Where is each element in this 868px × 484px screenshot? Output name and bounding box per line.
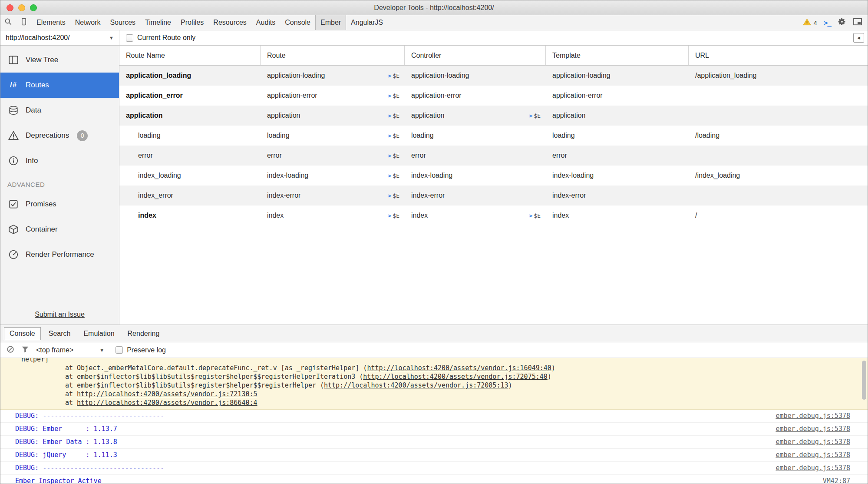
stack-frame: at http://localhost:4200/assets/vendor.j…: [0, 398, 868, 407]
send-to-console-button[interactable]: >$E: [388, 93, 399, 99]
route-cell: index-error >$E: [261, 186, 405, 206]
url-cell: [689, 106, 868, 126]
source-link[interactable]: ember.debug.js:5378: [776, 411, 850, 421]
send-to-console-button[interactable]: >$E: [388, 133, 399, 139]
stack-frame: at ember$inflector$lib$lib$utils$registe…: [0, 381, 868, 390]
devtools-toolbar: Elements Network Sources Timeline Profil…: [0, 15, 868, 30]
sidebar-item-render-performance[interactable]: Render Performance: [0, 242, 119, 267]
tab-ember[interactable]: Ember: [315, 15, 346, 30]
tab-angularjs[interactable]: AngularJS: [346, 15, 388, 30]
device-mode-button[interactable]: [16, 15, 32, 30]
sidebar-item-label: Routes: [26, 81, 49, 90]
source-link[interactable]: http://localhost:4200/assets/vendor.js:7…: [77, 390, 257, 398]
sidebar-item-routes[interactable]: /# Routes: [0, 73, 119, 98]
current-route-only-checkbox[interactable]: [126, 34, 133, 42]
drawer-tab-rendering[interactable]: Rendering: [122, 328, 165, 340]
sidebar-item-label: Render Performance: [26, 250, 94, 259]
template-cell: index-loading: [546, 166, 689, 186]
send-to-console-button[interactable]: >$E: [529, 113, 541, 119]
send-to-console-button[interactable]: >$E: [388, 73, 399, 79]
stack-frame: at Object._emberMetalCore.default.deprec…: [0, 364, 868, 372]
zoom-button[interactable]: [30, 4, 37, 11]
inspect-label: $E: [393, 152, 399, 159]
console-scrollbar-thumb[interactable]: [862, 361, 866, 400]
sidebar-item-promises[interactable]: Promises: [0, 192, 119, 217]
tab-elements[interactable]: Elements: [32, 15, 70, 30]
send-to-console-button[interactable]: >$E: [388, 212, 399, 219]
source-link[interactable]: http://localhost:4200/assets/vendor.js:1…: [367, 364, 551, 372]
warning-text-clipped: helper]: [0, 358, 868, 364]
sidebar-item-container[interactable]: Container: [0, 217, 119, 242]
template-cell: application-error: [546, 86, 689, 106]
context-frame-select[interactable]: http://localhost:4200/ ▼: [0, 30, 119, 45]
send-to-console-button[interactable]: >$E: [388, 192, 399, 199]
checkbox-check-icon: [7, 198, 20, 210]
preserve-log-checkbox[interactable]: [116, 346, 123, 354]
warnings-indicator[interactable]: 4: [803, 18, 817, 27]
inspect-label: $E: [393, 212, 399, 219]
minimize-button[interactable]: [18, 4, 25, 11]
warning-triangle-icon: [7, 129, 20, 142]
filter-button[interactable]: [21, 345, 29, 355]
route-value: application-error: [267, 92, 317, 99]
source-link[interactable]: ember.debug.js:5378: [776, 438, 850, 447]
source-link[interactable]: ember.debug.js:5378: [776, 464, 850, 473]
send-to-console-button[interactable]: >$E: [529, 212, 541, 219]
close-button[interactable]: [7, 4, 13, 11]
debug-message: Ember Inspector Active: [15, 477, 102, 484]
execution-context-select[interactable]: <top frame> ▼: [36, 346, 104, 354]
source-link[interactable]: ember.debug.js:5378: [776, 424, 850, 434]
column-header-url: URL: [689, 46, 868, 65]
tab-network[interactable]: Network: [70, 15, 106, 30]
sidebar-item-info[interactable]: Info: [0, 148, 119, 173]
route-cell: index-loading >$E: [261, 166, 405, 186]
sidebar-item-data[interactable]: Data: [0, 98, 119, 123]
gear-icon: [838, 17, 846, 28]
send-to-console-button[interactable]: >$E: [388, 152, 399, 159]
source-link[interactable]: http://localhost:4200/assets/vendor.js:7…: [324, 381, 508, 389]
collapse-panel-button[interactable]: ◀: [853, 33, 864, 43]
preserve-log-control: Preserve log: [116, 346, 166, 354]
template-value: application-error: [552, 92, 603, 99]
tab-console[interactable]: Console: [280, 15, 315, 30]
tab-timeline[interactable]: Timeline: [140, 15, 176, 30]
inspect-caret-icon: >: [388, 192, 392, 199]
controller-value: error: [411, 152, 426, 159]
settings-button[interactable]: [838, 17, 846, 28]
source-link[interactable]: VM42:87: [823, 477, 850, 484]
sidebar-item-label: Data: [26, 106, 41, 115]
drawer-tab-search[interactable]: Search: [43, 328, 76, 340]
controller-value: application: [411, 112, 445, 119]
show-console-icon[interactable]: >_: [824, 19, 831, 27]
drawer-tab-console[interactable]: Console: [4, 327, 41, 340]
sidebar-item-view-tree[interactable]: View Tree: [0, 47, 119, 73]
tab-profiles[interactable]: Profiles: [176, 15, 208, 30]
send-to-console-button[interactable]: >$E: [388, 113, 399, 119]
submit-an-issue-link[interactable]: Submit an Issue: [0, 311, 119, 318]
frame-select-value: <top frame>: [36, 346, 73, 354]
controller-cell: application >$E: [405, 106, 546, 126]
ember-inspector-content: View Tree /# Routes Data Deprecations 0: [0, 46, 868, 325]
inspect-element-button[interactable]: [0, 15, 16, 30]
dock-side-button[interactable]: [853, 18, 862, 27]
inspect-label: $E: [534, 212, 541, 219]
tab-sources[interactable]: Sources: [105, 15, 140, 30]
controller-value: application-loading: [411, 72, 469, 80]
sidebar-item-deprecations[interactable]: Deprecations 0: [0, 123, 119, 148]
source-link[interactable]: http://localhost:4200/assets/vendor.js:8…: [77, 399, 257, 407]
console-message: DEBUG: Ember : 1.13.7ember.debug.js:5378: [0, 423, 868, 436]
tab-audits[interactable]: Audits: [251, 15, 280, 30]
current-route-only-control: Current Route only: [119, 34, 195, 42]
source-link[interactable]: http://localhost:4200/assets/vendor.js:7…: [363, 373, 547, 381]
url-cell: [689, 146, 868, 166]
clear-console-button[interactable]: [7, 345, 14, 355]
inspector-subbar: http://localhost:4200/ ▼ Current Route o…: [0, 30, 868, 46]
send-to-console-button[interactable]: >$E: [388, 172, 399, 179]
drawer-tab-emulation[interactable]: Emulation: [78, 328, 119, 340]
tab-resources[interactable]: Resources: [208, 15, 251, 30]
template-value: application: [552, 112, 586, 119]
inspect-label: $E: [393, 172, 399, 179]
source-link[interactable]: ember.debug.js:5378: [776, 451, 850, 460]
route-name: index_error: [138, 192, 173, 199]
deprecations-count-badge: 0: [77, 130, 88, 141]
